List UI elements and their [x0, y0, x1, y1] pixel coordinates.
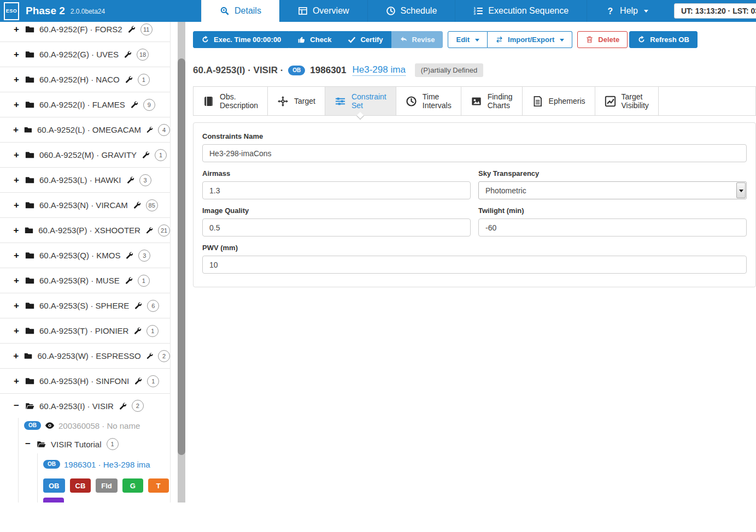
expand-icon[interactable]: +: [13, 74, 20, 85]
clock-icon: [406, 96, 417, 107]
check-button[interactable]: Check: [289, 31, 339, 48]
wrench-icon: [133, 327, 142, 335]
collapse-icon[interactable]: −: [24, 439, 32, 450]
exec-time-button[interactable]: Exec. Time 00:00:00: [193, 31, 289, 48]
expand-icon[interactable]: +: [13, 150, 20, 161]
expand-icon[interactable]: +: [13, 326, 20, 336]
expand-icon[interactable]: +: [13, 125, 19, 135]
expand-icon[interactable]: +: [13, 300, 20, 311]
sky-transparency-select[interactable]: Photometric: [478, 181, 747, 199]
ob-row-unnamed[interactable]: OB 200360058 · No name: [24, 418, 170, 433]
revise-button[interactable]: Revise: [391, 31, 443, 48]
sky-transparency-label: Sky Transparency: [478, 169, 747, 178]
sidebar-run-row[interactable]: +60.A-9253(W) · ESPRESSO2: [0, 344, 170, 369]
sidebar-run-row[interactable]: +60.A-9253(S) · SPHERE6: [0, 293, 170, 318]
certify-button[interactable]: Certify: [339, 31, 391, 48]
airmass-input[interactable]: [202, 181, 471, 199]
expand-icon[interactable]: +: [13, 24, 20, 35]
wrench-icon: [146, 352, 153, 360]
check-icon: [348, 36, 356, 44]
folder-icon: [25, 50, 34, 59]
question-icon: ?: [605, 6, 615, 16]
sidebar-run-row[interactable]: +60.A-9253(L) · HAWKI3: [0, 168, 170, 193]
ob-type-badge: OB: [24, 421, 41, 430]
tab-ephemeris[interactable]: Ephemeris: [523, 87, 595, 115]
import-export-button[interactable]: Import/Export: [488, 31, 572, 48]
sidebar-run-row[interactable]: +60.A-9252(I) · FLAMES9: [0, 92, 170, 117]
crosshair-icon: [277, 96, 289, 107]
run-label: 60.A-9253(H) · SINFONI: [39, 376, 129, 386]
tab-time-intervals[interactable]: TimeIntervals: [396, 87, 461, 115]
sidebar-run-row[interactable]: +60.A-9253(R) · MUSE1: [0, 268, 170, 293]
ob-row-selected[interactable]: OB 1986301 · He3-298 ima: [43, 457, 170, 472]
nav-tab-schedule[interactable]: Schedule: [367, 0, 455, 22]
undo-icon: [400, 36, 408, 44]
visir-children: OB 200360058 · No name − VISIR Tutorial …: [18, 418, 170, 503]
delete-label: Delete: [598, 36, 619, 44]
collapse-icon[interactable]: −: [13, 400, 20, 411]
sidebar-run-row[interactable]: +60.A-9252(F) · FORS211: [0, 22, 170, 42]
sidebar-folder-visir-tutorial[interactable]: − VISIR Tutorial 1: [24, 435, 170, 453]
edit-button[interactable]: Edit: [448, 31, 488, 48]
state-badge-t[interactable]: T: [148, 478, 169, 493]
observing-runs-sidebar: +60.A-9252(F) · FORS211+60.A-9252(G) · U…: [0, 22, 171, 503]
nav-tab-help[interactable]: ?Help: [587, 0, 666, 22]
state-badge-cb[interactable]: CB: [70, 478, 91, 493]
expand-icon[interactable]: +: [13, 49, 20, 60]
sidebar-run-row[interactable]: +60.A-9253(P) · XSHOOTER21: [0, 218, 170, 243]
delete-button[interactable]: Delete: [577, 31, 628, 48]
sidebar-run-row[interactable]: +60.A-9253(H) · SINFONI1: [0, 369, 170, 394]
expand-icon[interactable]: +: [13, 225, 20, 236]
expand-icon[interactable]: +: [13, 175, 20, 186]
pwv-input[interactable]: [202, 256, 747, 274]
active-tab-pointer: [356, 112, 364, 120]
sidebar-run-row[interactable]: +60.A-9252(G) · UVES18: [0, 42, 170, 67]
state-badge-ob[interactable]: OB: [43, 478, 65, 493]
sidebar-run-row[interactable]: +60.A-9253(T) · PIONIER1: [0, 318, 170, 344]
nav-tab-label: Execution Sequence: [488, 6, 569, 16]
sidebar-run-row[interactable]: +60.A-9252(L) · OMEGACAM4: [0, 117, 170, 143]
tab-obs-description[interactable]: Obs.Description: [194, 87, 268, 115]
folder-open-icon: [37, 440, 46, 449]
nav-tab-label: Schedule: [401, 6, 437, 16]
refresh-icon: [201, 36, 209, 44]
folder-icon: [25, 175, 34, 185]
wrench-icon: [124, 50, 132, 58]
image-quality-input[interactable]: [202, 218, 471, 237]
tab-target[interactable]: Target: [268, 87, 325, 115]
select-arrow-icon[interactable]: [736, 182, 746, 198]
expand-icon[interactable]: +: [13, 376, 20, 387]
expand-icon[interactable]: +: [13, 250, 20, 261]
sidebar-run-row-visir[interactable]: − 60.A-9253(I) · VISIR 2: [0, 394, 170, 418]
state-badge-fld[interactable]: Fld: [96, 478, 118, 493]
tab-constraint-set[interactable]: ConstraintSet: [325, 87, 396, 115]
sidebar-run-row[interactable]: +60.A-9252(H) · NACO1: [0, 67, 170, 92]
ob-name-link[interactable]: He3-298 ima: [353, 64, 406, 76]
nav-tab-details[interactable]: Details: [201, 0, 279, 22]
sidebar-run-row[interactable]: +60.A-9253(N) · VIRCAM85: [0, 193, 170, 218]
constraints-name-input[interactable]: [202, 144, 747, 162]
wrench-icon: [125, 251, 133, 259]
sidebar-scrollbar[interactable]: [178, 22, 185, 503]
state-badge-g[interactable]: G: [122, 478, 143, 493]
nav-tab-label: Details: [235, 6, 261, 16]
nav-tab-overview[interactable]: Overview: [279, 0, 367, 22]
sidebar-scrollbar-thumb[interactable]: [178, 58, 185, 455]
expand-icon[interactable]: +: [13, 99, 20, 110]
refresh-ob-button[interactable]: Refresh OB: [629, 31, 698, 48]
tab-finding-charts[interactable]: FindingCharts: [461, 87, 523, 115]
certify-label: Certify: [360, 36, 383, 44]
sidebar-run-row[interactable]: +60.A-9253(Q) · KMOS3: [0, 243, 170, 268]
run-count-badge: 1: [155, 149, 167, 161]
state-badge-c[interactable]: C: [43, 498, 64, 503]
sidebar-run-row[interactable]: +060.A-9252(M) · GRAVITY1: [0, 143, 170, 168]
expand-icon[interactable]: +: [13, 275, 20, 286]
app-title: Phase 2: [26, 5, 65, 17]
nav-tab-execution-sequence[interactable]: 123Execution Sequence: [455, 0, 587, 22]
tab-target-visibility[interactable]: TargetVisibility: [595, 87, 659, 115]
twilight-input[interactable]: [478, 218, 747, 237]
ob-link[interactable]: 1986301 · He3-298 ima: [64, 460, 150, 469]
expand-icon[interactable]: +: [13, 351, 19, 362]
expand-icon[interactable]: +: [13, 200, 20, 211]
field-image-quality: Image Quality: [202, 206, 471, 237]
